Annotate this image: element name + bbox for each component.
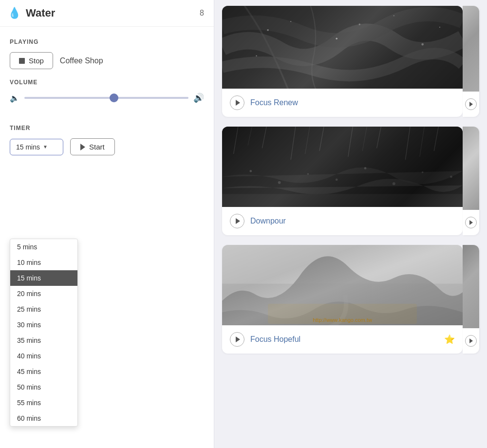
track-footer-focus-renew: Focus Renew — [222, 89, 463, 117]
peek-play-button-2[interactable] — [465, 217, 477, 228]
svg-point-3 — [336, 38, 337, 40]
start-label: Start — [89, 143, 105, 151]
track-title-focus-renew: Focus Renew — [250, 98, 298, 107]
svg-point-23 — [249, 170, 252, 172]
timer-dropdown[interactable]: 15 mins ▼ — [10, 139, 63, 155]
track-card-focus-hopeful: http://www.kango.com.tw Focus Hopeful ⭐ — [222, 245, 463, 354]
svg-point-30 — [450, 176, 452, 178]
stop-icon — [19, 58, 25, 64]
track-title-focus-hopeful: Focus Hopeful — [250, 335, 300, 344]
volume-label: VOLUME — [10, 79, 204, 86]
timer-section: TIMER 15 mins ▼ Start — [0, 125, 214, 159]
peek-play-icon-3 — [469, 338, 473, 343]
peek-play-button-3[interactable] — [465, 335, 477, 347]
svg-point-7 — [359, 23, 361, 25]
left-panel: 💧 Water 8 PLAYING Stop Coffee Shop VOLUM… — [0, 0, 214, 448]
track-footer-focus-hopeful: Focus Hopeful ⭐ — [222, 325, 463, 354]
track-row-2: Downpour — [222, 127, 479, 235]
volume-section: VOLUME 🔈 🔊 — [0, 79, 214, 103]
track-card-focus-renew: Focus Renew — [222, 6, 463, 117]
timer-option-50[interactable]: 50 mins — [10, 379, 77, 395]
peek-card-2 — [463, 127, 479, 235]
volume-row: 🔈 🔊 — [10, 93, 204, 103]
play-icon — [80, 144, 85, 150]
timer-option-20[interactable]: 20 mins — [10, 286, 77, 301]
peek-footer-1 — [463, 92, 479, 117]
volume-slider-container — [24, 93, 188, 103]
timer-dropdown-menu: 5 mins 10 mins 15 mins 20 mins 25 mins 3… — [10, 239, 78, 427]
timer-option-55[interactable]: 55 mins — [10, 395, 77, 411]
app-title: Water — [26, 7, 55, 19]
timer-option-35[interactable]: 35 mins — [10, 333, 77, 348]
track-count-badge: 8 — [200, 9, 204, 18]
svg-point-25 — [364, 167, 367, 169]
timer-option-40[interactable]: 40 mins — [10, 348, 77, 364]
play-icon-focus-renew — [236, 100, 240, 106]
header-left: 💧 Water — [8, 7, 55, 19]
timer-option-25[interactable]: 25 mins — [10, 301, 77, 317]
peek-image-3 — [463, 245, 479, 328]
svg-point-29 — [393, 182, 395, 185]
peek-play-button-1[interactable] — [465, 98, 477, 110]
play-icon-focus-hopeful — [236, 336, 240, 342]
start-button[interactable]: Start — [70, 138, 115, 155]
track-title-downpour: Downpour — [250, 217, 286, 225]
volume-slider[interactable] — [24, 97, 188, 99]
svg-point-24 — [307, 173, 309, 175]
play-button-focus-hopeful[interactable] — [230, 332, 244, 347]
svg-rect-10 — [222, 194, 463, 207]
track-row-1: Focus Renew — [222, 6, 479, 117]
svg-point-4 — [393, 15, 394, 16]
svg-point-8 — [439, 27, 440, 28]
svg-point-6 — [256, 55, 257, 56]
timer-row: 15 mins ▼ Start — [10, 138, 204, 155]
svg-point-2 — [290, 21, 291, 22]
volume-high-icon: 🔊 — [193, 93, 204, 103]
chevron-down-icon: ▼ — [43, 144, 48, 149]
timer-option-60[interactable]: 60 mins — [10, 411, 77, 426]
svg-point-1 — [267, 29, 269, 31]
play-button-focus-renew[interactable] — [230, 95, 244, 110]
app-header: 💧 Water 8 — [0, 0, 214, 27]
stop-button[interactable]: Stop — [10, 52, 53, 69]
peek-play-icon-1 — [469, 102, 473, 107]
track-card-downpour: Downpour — [222, 127, 463, 235]
svg-point-5 — [421, 43, 424, 46]
peek-play-icon-2 — [469, 220, 473, 225]
playing-label: PLAYING — [0, 27, 214, 45]
timer-option-45[interactable]: 45 mins — [10, 364, 77, 379]
right-panel: Focus Renew — [214, 0, 487, 448]
playing-row: Stop Coffee Shop — [0, 52, 214, 69]
play-icon-downpour — [236, 218, 240, 224]
watermark: http://www.kango.com.tw — [313, 317, 372, 323]
water-drop-icon: 💧 — [8, 7, 21, 19]
svg-point-28 — [336, 179, 338, 181]
svg-point-26 — [422, 171, 424, 173]
timer-option-5[interactable]: 5 mins — [10, 239, 77, 255]
track-image-focus-hopeful: http://www.kango.com.tw — [222, 245, 463, 325]
timer-label: TIMER — [10, 125, 204, 131]
track-footer-downpour: Downpour — [222, 207, 463, 235]
svg-point-27 — [278, 181, 281, 184]
star-icon: ⭐ — [444, 334, 455, 345]
track-image-downpour — [222, 127, 463, 207]
track-image-focus-renew — [222, 6, 463, 89]
track-row-3: http://www.kango.com.tw Focus Hopeful ⭐ — [222, 245, 479, 354]
timer-selected-value: 15 mins — [16, 143, 40, 151]
peek-footer-2 — [463, 210, 479, 235]
peek-image-2 — [463, 127, 479, 210]
peek-image-1 — [463, 6, 479, 92]
current-track-name: Coffee Shop — [60, 56, 103, 65]
timer-option-15[interactable]: 15 mins — [10, 270, 77, 286]
volume-low-icon: 🔈 — [10, 93, 19, 103]
peek-card-3 — [463, 245, 479, 354]
peek-footer-3 — [463, 328, 479, 354]
stop-label: Stop — [29, 56, 44, 65]
play-button-downpour[interactable] — [230, 214, 244, 228]
timer-option-30[interactable]: 30 mins — [10, 317, 77, 333]
timer-option-10[interactable]: 10 mins — [10, 255, 77, 270]
peek-card-1 — [463, 6, 479, 117]
